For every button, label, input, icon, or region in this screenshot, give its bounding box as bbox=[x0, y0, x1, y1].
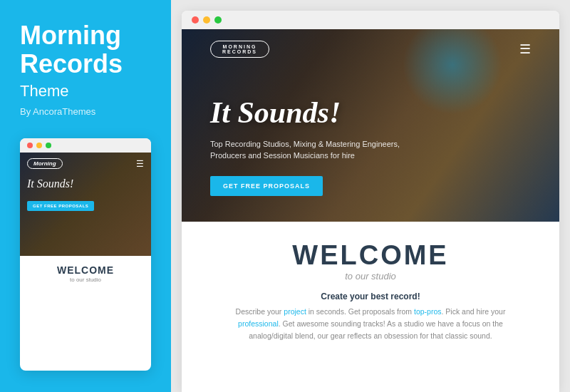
hero-logo: Morning RECORDS bbox=[210, 41, 269, 58]
right-panel: Morning RECORDS ☰ It Sounds! Top Recordi… bbox=[171, 0, 570, 392]
welcome-title: WELCOME bbox=[217, 242, 524, 269]
desktop-dot-yellow bbox=[203, 16, 210, 24]
mini-browser-bar bbox=[20, 138, 151, 153]
welcome-link-project[interactable]: project bbox=[284, 307, 306, 316]
welcome-body-text: Describe your project in seconds. Get pr… bbox=[235, 306, 506, 341]
mini-hero-title: It Sounds! bbox=[27, 177, 144, 190]
mini-browser-mockup: Morning ☰ It Sounds! GET FREE PROPOSALS … bbox=[20, 138, 151, 371]
welcome-text-1: Describe your bbox=[236, 307, 284, 316]
welcome-create-heading: Create your best record! bbox=[217, 292, 524, 301]
hero-logo-name: Morning bbox=[222, 44, 257, 49]
title-line1: Morning bbox=[20, 21, 121, 50]
mini-welcome-title: WELCOME bbox=[27, 264, 144, 276]
mini-welcome-subtitle: to our studio bbox=[27, 277, 144, 283]
mini-logo: Morning bbox=[27, 158, 63, 169]
dot-yellow bbox=[36, 143, 42, 148]
mini-content: Morning ☰ It Sounds! GET FREE PROPOSALS … bbox=[20, 153, 151, 292]
hamburger-icon[interactable]: ☰ bbox=[519, 41, 531, 57]
desktop-browser-bar bbox=[182, 11, 559, 29]
welcome-subtitle: to our studio bbox=[217, 271, 524, 282]
title-line2: Records bbox=[20, 49, 123, 78]
hero-body: It Sounds! Top Recording Studios, Mixing… bbox=[210, 69, 531, 222]
hero-logo-sub: RECORDS bbox=[222, 49, 257, 54]
welcome-text-4: . Get awesome sounding tracks! As a stud… bbox=[249, 319, 503, 340]
mini-nav: Morning ☰ bbox=[27, 158, 144, 169]
hero-section: Morning RECORDS ☰ It Sounds! Top Recordi… bbox=[182, 29, 559, 222]
hero-description: Top Recording Studios, Mixing & Masterin… bbox=[210, 138, 417, 162]
left-panel: Morning Records Theme By AncoraThemes Mo… bbox=[0, 0, 171, 392]
desktop-browser-mockup: Morning RECORDS ☰ It Sounds! Top Recordi… bbox=[182, 11, 559, 392]
welcome-link-professional[interactable]: professional bbox=[238, 319, 279, 328]
welcome-text-3: . Pick and hire your bbox=[442, 307, 506, 316]
hero-nav: Morning RECORDS ☰ bbox=[210, 29, 531, 69]
mini-welcome-section: WELCOME to our studio bbox=[20, 256, 151, 292]
dot-red bbox=[27, 143, 33, 148]
desktop-content: Morning RECORDS ☰ It Sounds! Top Recordi… bbox=[182, 29, 559, 392]
hero-title: It Sounds! bbox=[210, 96, 531, 130]
mini-hero-section: Morning ☰ It Sounds! GET FREE PROPOSALS bbox=[20, 153, 151, 256]
desktop-dot-red bbox=[192, 16, 199, 24]
theme-by: By AncoraThemes bbox=[20, 106, 151, 117]
desktop-dot-green bbox=[214, 16, 222, 24]
mini-cta-button[interactable]: GET FREE PROPOSALS bbox=[27, 201, 94, 211]
theme-subtitle: Theme bbox=[20, 82, 151, 100]
dot-green bbox=[46, 143, 51, 148]
welcome-section: WELCOME to our studio Create your best r… bbox=[182, 222, 559, 356]
mini-hamburger-icon: ☰ bbox=[136, 159, 144, 169]
theme-title: Morning Records bbox=[20, 21, 151, 78]
hero-cta-button[interactable]: GET FREE PROPOSALS bbox=[210, 176, 323, 196]
welcome-text-2: in seconds. Get proposals from bbox=[306, 307, 414, 316]
welcome-link-toppros[interactable]: top-pros bbox=[414, 307, 442, 316]
